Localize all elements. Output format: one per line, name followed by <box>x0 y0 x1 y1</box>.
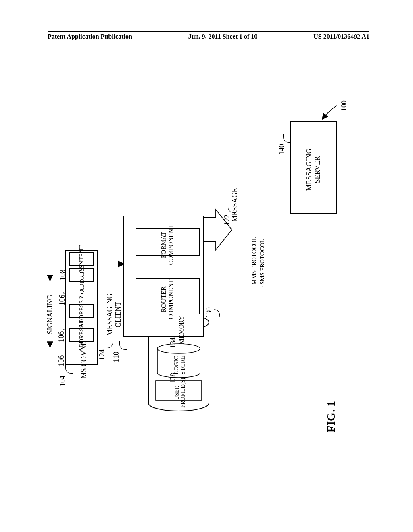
label-sms-protocol: · SMS PROTOCOL <box>259 219 266 288</box>
header-right: US 2011/0136492 A1 <box>313 33 369 41</box>
label-user-profiles: USERPROFILE(S) <box>174 371 186 415</box>
page-header: Patent Application Publication Jun. 9, 2… <box>48 31 369 41</box>
figure-caption: FIG. 1 <box>325 401 338 432</box>
leader-110 <box>119 341 127 350</box>
label-memory: MEMORY <box>178 314 185 346</box>
header-center: Jun. 9, 2011 Sheet 1 of 10 <box>188 33 258 41</box>
ref-140: 140 <box>277 144 286 155</box>
label-router: ROUTERCOMPONENT <box>160 273 174 326</box>
ref-130: 130 <box>205 307 213 318</box>
leader-124 <box>105 339 113 348</box>
figure-1-diagram: 100 104 1061 1062 106K 108 110 114 118 1… <box>40 97 371 419</box>
label-message: MESSAGE <box>231 185 239 225</box>
ref-104: 104 <box>58 376 67 387</box>
ref-110: 110 <box>112 351 121 362</box>
label-content: CONTENT <box>78 239 85 280</box>
header-left: Patent Application Publication <box>48 33 132 41</box>
label-mms-protocol: · MMS PROTOCOL <box>251 219 258 288</box>
ref-100: 100 <box>340 100 348 111</box>
ref-124: 124 <box>98 349 106 360</box>
label-signaling: SIGNALING <box>46 291 54 339</box>
leader-104 <box>65 365 73 374</box>
label-messaging-server: MESSAGINGSERVER <box>305 143 321 196</box>
leader-140 <box>283 134 291 143</box>
label-messaging-client: MESSAGINGCLIENT <box>106 293 122 337</box>
label-format: FORMATCOMPONENT <box>160 219 174 271</box>
